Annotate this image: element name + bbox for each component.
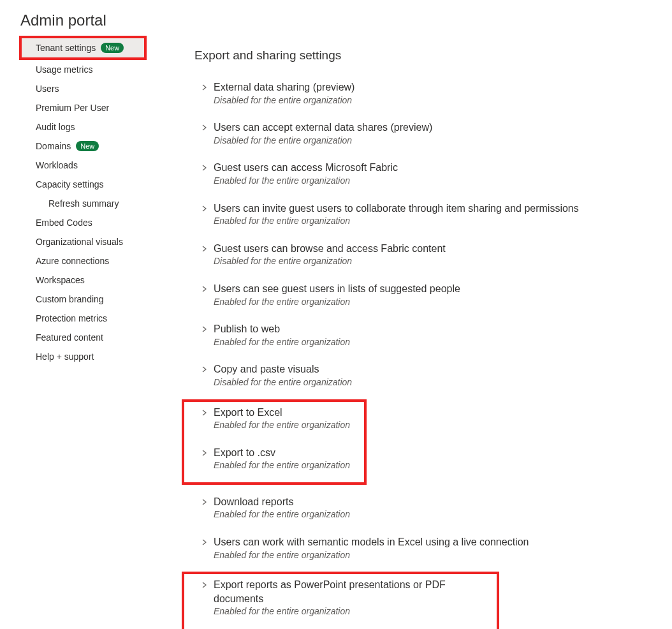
sidebar: Tenant settingsNewUsage metricsUsersPrem… bbox=[0, 36, 175, 629]
sidebar-item-label: Refresh summary bbox=[48, 198, 119, 209]
setting-status: Disabled for the entire organization bbox=[214, 255, 446, 268]
expand-chevron[interactable] bbox=[200, 324, 210, 334]
expand-chevron[interactable] bbox=[200, 537, 210, 547]
setting-title: External data sharing (preview) bbox=[214, 80, 354, 94]
setting-title: Users can see guest users in lists of su… bbox=[214, 282, 460, 296]
setting-row[interactable]: Export to ExcelEnabled for the entire or… bbox=[194, 402, 364, 442]
setting-status: Disabled for the entire organization bbox=[214, 135, 432, 147]
sidebar-item-label: Capacity settings bbox=[36, 179, 104, 189]
sidebar-item-featured-content[interactable]: Featured content bbox=[0, 328, 175, 347]
setting-row[interactable]: Copy and paste visualsDisabled for the e… bbox=[194, 359, 672, 399]
main-content: Export and sharing settings External dat… bbox=[175, 36, 672, 629]
sidebar-item-label: Featured content bbox=[36, 332, 103, 343]
sidebar-item-audit-logs[interactable]: Audit logs bbox=[0, 117, 175, 137]
sidebar-item-premium-per-user[interactable]: Premium Per User bbox=[0, 98, 175, 117]
setting-row[interactable]: Export reports as PowerPoint presentatio… bbox=[194, 574, 497, 628]
setting-status: Enabled for the entire organization bbox=[214, 459, 350, 472]
new-badge: New bbox=[76, 141, 99, 151]
setting-row[interactable]: Publish to webEnabled for the entire org… bbox=[194, 318, 672, 359]
setting-status: Enabled for the entire organization bbox=[214, 419, 350, 432]
sidebar-item-label: Custom branding bbox=[36, 294, 104, 304]
expand-chevron[interactable] bbox=[200, 204, 210, 214]
setting-title: Export to .csv bbox=[214, 446, 350, 460]
setting-status: Enabled for the entire organization bbox=[214, 175, 398, 188]
sidebar-item-label: Organizational visuals bbox=[36, 237, 123, 247]
expand-chevron[interactable] bbox=[200, 408, 210, 418]
setting-title: Publish to web bbox=[214, 322, 350, 336]
expand-chevron[interactable] bbox=[200, 364, 210, 374]
sidebar-item-usage-metrics[interactable]: Usage metrics bbox=[0, 60, 175, 79]
chevron-right-icon bbox=[202, 539, 207, 545]
expand-chevron[interactable] bbox=[200, 122, 210, 133]
expand-chevron[interactable] bbox=[200, 284, 210, 294]
sidebar-item-label: Workloads bbox=[36, 160, 78, 170]
setting-row[interactable]: Guest users can access Microsoft FabricE… bbox=[194, 157, 672, 197]
setting-status: Enabled for the entire organization bbox=[214, 508, 350, 521]
setting-title: Users can work with semantic models in E… bbox=[214, 535, 529, 549]
setting-status: Enabled for the entire organization bbox=[214, 296, 460, 309]
new-badge: New bbox=[101, 43, 124, 53]
sidebar-item-label: Domains bbox=[36, 141, 71, 151]
sidebar-item-tenant-settings[interactable]: Tenant settingsNew bbox=[22, 38, 144, 57]
setting-row[interactable]: Users can accept external data shares (p… bbox=[194, 117, 672, 157]
expand-chevron[interactable] bbox=[200, 497, 210, 507]
sidebar-item-custom-branding[interactable]: Custom branding bbox=[0, 290, 175, 309]
setting-status: Disabled for the entire organization bbox=[214, 376, 352, 389]
sidebar-item-capacity-settings[interactable]: Capacity settings bbox=[0, 175, 175, 194]
setting-row[interactable]: Guest users can browse and access Fabric… bbox=[194, 238, 672, 278]
sidebar-item-label: Embed Codes bbox=[36, 218, 92, 228]
setting-row[interactable]: Users can invite guest users to collabor… bbox=[194, 198, 672, 238]
setting-title: Guest users can browse and access Fabric… bbox=[214, 242, 446, 256]
sidebar-item-label: Usage metrics bbox=[36, 64, 92, 75]
setting-title: Download reports bbox=[214, 495, 350, 509]
expand-chevron[interactable] bbox=[200, 580, 210, 590]
setting-status: Enabled for the entire organization bbox=[214, 336, 350, 349]
setting-row[interactable]: Users can work with semantic models in E… bbox=[194, 531, 672, 572]
setting-title: Guest users can access Microsoft Fabric bbox=[214, 161, 398, 175]
sidebar-item-workloads[interactable]: Workloads bbox=[0, 156, 175, 175]
chevron-right-icon bbox=[202, 582, 207, 588]
chevron-right-icon bbox=[202, 246, 207, 252]
sidebar-item-embed-codes[interactable]: Embed Codes bbox=[0, 213, 175, 232]
setting-row[interactable]: Download reportsEnabled for the entire o… bbox=[194, 491, 672, 531]
expand-chevron[interactable] bbox=[200, 244, 210, 254]
sidebar-item-label: Help + support bbox=[36, 352, 94, 362]
setting-row[interactable]: Users can see guest users in lists of su… bbox=[194, 278, 672, 318]
setting-row[interactable]: Export to .csvEnabled for the entire org… bbox=[194, 442, 364, 482]
expand-chevron[interactable] bbox=[200, 448, 210, 458]
highlight-box: Export reports as PowerPoint presentatio… bbox=[182, 572, 499, 629]
setting-row[interactable]: External data sharing (preview)Disabled … bbox=[194, 77, 672, 117]
sidebar-item-users[interactable]: Users bbox=[0, 79, 175, 98]
sidebar-item-workspaces[interactable]: Workspaces bbox=[0, 270, 175, 290]
setting-title: Copy and paste visuals bbox=[214, 362, 352, 376]
section-title: Export and sharing settings bbox=[194, 40, 672, 63]
setting-status: Enabled for the entire organization bbox=[214, 549, 529, 562]
page-title: Admin portal bbox=[0, 0, 672, 36]
sidebar-item-label: Azure connections bbox=[36, 256, 109, 266]
setting-status: Enabled for the entire organization bbox=[214, 215, 579, 228]
setting-title: Export to Excel bbox=[214, 406, 350, 420]
expand-chevron[interactable] bbox=[200, 163, 210, 173]
chevron-right-icon bbox=[202, 124, 207, 131]
sidebar-item-organizational-visuals[interactable]: Organizational visuals bbox=[0, 232, 175, 251]
chevron-right-icon bbox=[202, 286, 207, 292]
setting-title: Export reports as PowerPoint presentatio… bbox=[214, 578, 497, 605]
chevron-right-icon bbox=[202, 165, 207, 171]
sidebar-item-help-support[interactable]: Help + support bbox=[0, 347, 175, 366]
sidebar-item-domains[interactable]: DomainsNew bbox=[0, 137, 175, 156]
setting-title: Users can accept external data shares (p… bbox=[214, 121, 432, 135]
setting-title: Users can invite guest users to collabor… bbox=[214, 202, 579, 216]
chevron-right-icon bbox=[202, 499, 207, 505]
sidebar-item-label: Protection metrics bbox=[36, 313, 107, 323]
chevron-right-icon bbox=[202, 366, 207, 373]
sidebar-item-azure-connections[interactable]: Azure connections bbox=[0, 251, 175, 270]
chevron-right-icon bbox=[202, 205, 207, 212]
setting-status: Enabled for the entire organization bbox=[214, 605, 497, 618]
sidebar-item-protection-metrics[interactable]: Protection metrics bbox=[0, 309, 175, 328]
highlight-box: Export to ExcelEnabled for the entire or… bbox=[182, 399, 367, 485]
sidebar-item-label: Audit logs bbox=[36, 122, 75, 132]
expand-chevron[interactable] bbox=[200, 82, 210, 93]
highlight-box: Tenant settingsNew bbox=[19, 36, 147, 60]
sidebar-item-refresh-summary[interactable]: Refresh summary bbox=[0, 194, 175, 213]
chevron-right-icon bbox=[202, 326, 207, 332]
